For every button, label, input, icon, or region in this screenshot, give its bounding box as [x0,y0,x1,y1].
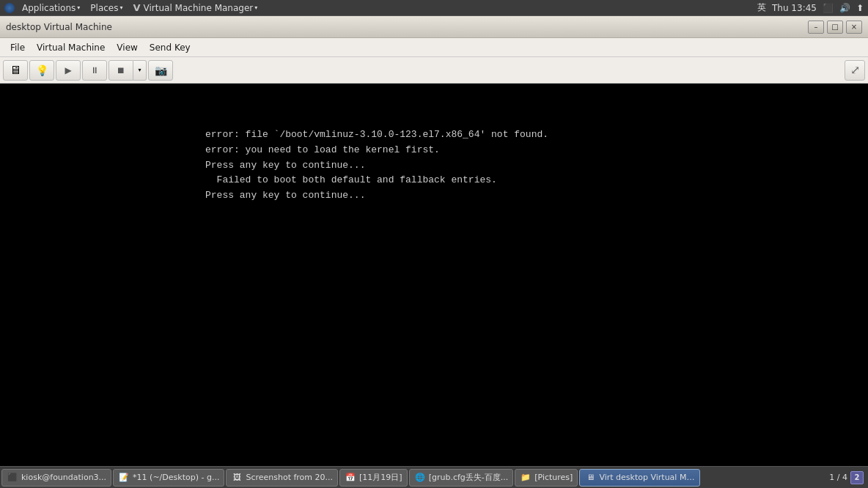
console-line: Failed to boot both default and fallback… [0,173,868,188]
title-bar: desktop Virtual Machine – □ × [0,16,868,38]
window-title: desktop Virtual Machine [6,22,112,32]
taskbar-item-5[interactable]: 📁[Pictures] [515,469,578,487]
vm-icon: 🖥 [584,472,596,484]
stop-button[interactable]: ⏹ [108,60,133,81]
taskbar-item-1[interactable]: 📝*11 (~/Desktop) - g... [113,469,224,487]
places-menu[interactable]: Places ▾ [86,1,127,15]
view-menu[interactable]: View [111,40,143,55]
taskbar-item-0[interactable]: ⬛kiosk@foundation3... [1,469,111,487]
stop-group: ⏹ ▾ [108,60,147,81]
close-button[interactable]: × [846,21,862,34]
network-icon: ⬆ [856,3,864,13]
toolbar-right: ⤢ [845,60,865,81]
vm-manager-menu[interactable]: V Virtual Machine Manager ▾ [129,1,262,15]
taskbar-item-label: [Pictures] [534,473,573,482]
notification-badge: 2 [850,471,864,484]
workspace-pager: 1 / 42 [829,471,867,484]
vm-manager-arrow: ▾ [254,4,257,11]
photo-icon: 🖼 [231,472,243,484]
language-indicator[interactable]: 英 [757,1,766,14]
virtual-machine-menu[interactable]: Virtual Machine [31,40,111,55]
applications-arrow: ▾ [77,4,80,11]
calendar-icon: 📅 [345,472,356,484]
taskbar-item-2[interactable]: 🖼Screenshot from 20... [226,469,338,487]
light-button[interactable]: 💡 [29,60,54,81]
resize-button[interactable]: ⤢ [845,60,865,81]
file-menu[interactable]: File [4,40,31,55]
pager-text: 1 / 4 [829,473,847,482]
console-line: error: file `/boot/vmlinuz-3.10.0-123.el… [0,127,868,143]
vm-manager-icon: V [133,2,141,13]
taskbar-item-label: kiosk@foundation3... [21,473,106,482]
vm-console-output: error: file `/boot/vmlinuz-3.10.0-123.el… [0,84,868,204]
taskbar: ⬛kiosk@foundation3...📝*11 (~/Desktop) - … [0,466,868,488]
taskbar-item-6[interactable]: 🖥Virt desktop Virtual Mac... [579,469,700,487]
editor-icon: 📝 [118,472,130,484]
volume-icon: 🔊 [839,3,850,13]
applications-menu[interactable]: Applications ▾ [18,1,84,15]
console-line: Press any key to continue... [0,188,868,204]
toolbar: 🖥 💡 ▶ ⏸ ⏹ ▾ 📷 ⤢ [0,57,868,84]
pause-button[interactable]: ⏸ [82,60,107,81]
screenshot-button[interactable]: 🖥 [3,60,28,81]
browser-icon: 🌐 [414,472,426,484]
taskbar-item-label: Screenshot from 20... [246,473,333,482]
monitor-icon: ⬛ [823,3,834,13]
clock: Thu 13:45 [772,3,817,13]
system-bar: Applications ▾ Places ▾ V Virtual Machin… [0,0,868,16]
taskbar-item-4[interactable]: 🌐[grub.cfg丢失-百度... [409,469,514,487]
play-button[interactable]: ▶ [56,60,81,81]
vm-display[interactable]: error: file `/boot/vmlinuz-3.10.0-123.el… [0,84,868,466]
taskbar-item-3[interactable]: 📅[11月19日] [339,469,408,487]
maximize-button[interactable]: □ [827,21,843,34]
console-line: Press any key to continue... [0,158,868,174]
send-key-menu[interactable]: Send Key [144,40,196,55]
system-tray: 英 Thu 13:45 ⬛ 🔊 ⬆ [757,1,864,14]
console-line: error: you need to load the kernel first… [0,143,868,158]
resize-icon: ⤢ [850,63,860,77]
fedora-icon [4,3,15,13]
terminal-icon: ⬛ [7,472,18,484]
taskbar-item-label: Virt desktop Virtual Mac... [599,473,695,482]
taskbar-item-label: *11 (~/Desktop) - g... [133,473,219,482]
minimize-button[interactable]: – [808,21,824,34]
snapshot-button[interactable]: 📷 [148,60,173,81]
places-arrow: ▾ [119,4,122,11]
taskbar-item-label: [grub.cfg丢失-百度... [429,472,509,483]
vm-window: desktop Virtual Machine – □ × File Virtu… [0,16,868,466]
taskbar-item-label: [11月19日] [359,472,402,483]
window-controls: – □ × [808,21,862,34]
folder-icon: 📁 [520,472,532,484]
stop-dropdown[interactable]: ▾ [133,60,147,81]
menu-bar: File Virtual Machine View Send Key [0,38,868,57]
